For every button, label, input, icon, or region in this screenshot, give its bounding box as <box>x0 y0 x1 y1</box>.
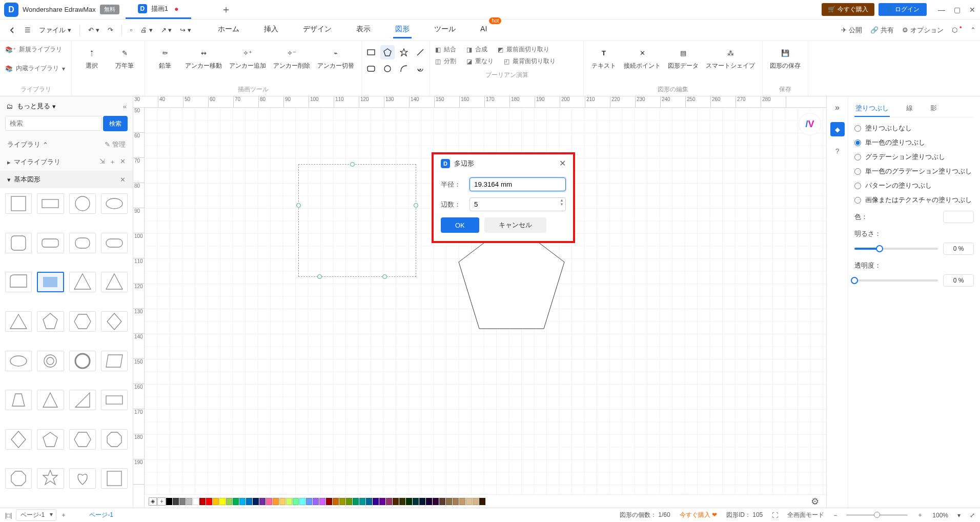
color-swatch[interactable] <box>426 498 432 505</box>
expand-right-icon[interactable]: » <box>830 101 845 115</box>
color-swatch[interactable] <box>213 498 219 505</box>
menu-tab-2[interactable]: デザイン <box>301 22 334 38</box>
color-swatch[interactable] <box>453 498 459 505</box>
shape-thumb[interactable] <box>37 429 64 450</box>
fill-option-0[interactable]: 塗りつぶしなし <box>854 124 974 133</box>
shape-thumb[interactable] <box>101 429 128 450</box>
color-swatch[interactable] <box>306 498 312 505</box>
shape-thumb[interactable] <box>5 311 32 332</box>
library-row[interactable]: ライブラリ⌃ ✎ 管理 <box>0 136 133 153</box>
color-swatch[interactable] <box>459 498 465 505</box>
resize-handle-sw[interactable] <box>317 274 322 279</box>
add-page-button[interactable]: ＋ <box>60 511 67 519</box>
color-swatch[interactable] <box>393 498 399 505</box>
zoom-out-icon[interactable]: − <box>833 512 837 519</box>
color-swatch[interactable] <box>179 498 186 505</box>
color-swatch[interactable] <box>233 498 239 505</box>
color-swatch[interactable] <box>406 498 412 505</box>
new-library-button[interactable]: 📚⁺ 新規ライブラリ <box>5 45 66 54</box>
color-swatch[interactable] <box>226 498 232 505</box>
login-button[interactable]: 👤 ログイン <box>879 3 927 16</box>
polygon-shape-tool[interactable] <box>380 45 395 59</box>
color-swatch[interactable] <box>326 498 332 505</box>
fullscreen-button[interactable]: 全画面モード <box>787 511 824 519</box>
spiral-tool[interactable] <box>413 62 427 76</box>
color-swatch[interactable] <box>286 498 292 505</box>
save-icon[interactable]: ▫ <box>126 24 137 36</box>
shape-thumb[interactable] <box>5 272 32 292</box>
radius-input[interactable] <box>469 177 566 191</box>
shape-thumb[interactable] <box>69 311 96 332</box>
zoom-in-icon[interactable]: ＋ <box>917 511 923 519</box>
search-button[interactable]: 検索 <box>103 116 128 131</box>
document-tab[interactable]: D 描画1 ● <box>126 0 191 19</box>
anchor-move-tool[interactable]: ↭アンカー移動 <box>183 45 224 71</box>
collapse-ribbon-icon[interactable]: ⌃ <box>970 26 976 34</box>
basic-shapes-section[interactable]: ▾基本図形 ✕ <box>0 171 133 188</box>
color-swatch[interactable] <box>353 498 359 505</box>
shape-thumb[interactable] <box>101 311 128 332</box>
rect-shape-tool[interactable] <box>364 45 378 59</box>
color-swatch[interactable] <box>366 498 372 505</box>
window-close-icon[interactable]: ✕ <box>965 6 980 14</box>
shape-thumb[interactable] <box>101 351 128 371</box>
color-swatch[interactable] <box>219 498 226 505</box>
my-library-row[interactable]: ▸マイライブラリ ⇲＋✕ <box>0 153 133 171</box>
undo-icon[interactable]: ↶ ▾ <box>84 24 104 36</box>
color-swatch[interactable] <box>253 498 259 505</box>
window-minimize-icon[interactable]: — <box>934 6 949 14</box>
color-swatch[interactable] <box>446 498 452 505</box>
redo-icon[interactable]: ↷ <box>104 24 117 36</box>
color-swatch[interactable] <box>359 498 365 505</box>
color-swatch[interactable] <box>373 498 379 505</box>
color-swatch[interactable] <box>293 498 299 505</box>
color-swatch[interactable] <box>413 498 419 505</box>
shape-thumb[interactable] <box>37 272 64 292</box>
add-icon[interactable]: ＋ <box>109 157 116 167</box>
resize-handle-n[interactable] <box>350 162 355 167</box>
shape-thumb[interactable] <box>69 233 96 253</box>
color-swatch[interactable] <box>193 498 199 505</box>
color-swatch[interactable] <box>313 498 319 505</box>
shape-thumb[interactable] <box>69 468 96 489</box>
color-swatch[interactable] <box>433 498 439 505</box>
shape-thumb[interactable] <box>101 468 128 489</box>
shape-thumb[interactable] <box>37 468 64 489</box>
color-swatch[interactable] <box>399 498 405 505</box>
page-tab[interactable]: ページ-1 <box>89 511 113 519</box>
file-menu[interactable]: ファイル ▾ <box>35 24 75 37</box>
opacity-slider[interactable] <box>854 279 938 282</box>
shape-thumb[interactable] <box>37 311 64 332</box>
fill-option-4[interactable]: パターンの塗りつぶし <box>854 181 974 190</box>
resize-handle-e[interactable] <box>414 203 418 208</box>
shape-thumb[interactable] <box>37 351 64 371</box>
select-tool[interactable]: ⭫選択 <box>77 45 107 71</box>
shape-thumb[interactable] <box>101 272 128 292</box>
color-swatch[interactable] <box>386 498 392 505</box>
shape-thumb[interactable] <box>69 193 96 214</box>
color-swatch[interactable] <box>339 498 345 505</box>
shape-thumb[interactable] <box>69 351 96 371</box>
search-input[interactable] <box>5 116 102 131</box>
anchor-add-tool[interactable]: ✧⁺アンカー追加 <box>227 45 268 71</box>
bool-front-crop[interactable]: ◩ 最前面切り取り <box>498 45 549 54</box>
buy-now-button[interactable]: 🛒 今すぐ購入 <box>822 3 874 16</box>
props-tab-1[interactable]: 線 <box>905 101 914 117</box>
menu-tab-1[interactable]: 挿入 <box>262 22 280 38</box>
color-swatch[interactable] <box>319 498 325 505</box>
text-tool[interactable]: Tテキスト <box>589 45 619 71</box>
back-button[interactable] <box>4 24 21 36</box>
options-button[interactable]: ⚙ オプション <box>902 26 944 35</box>
brightness-value[interactable]: 0 % <box>943 243 974 255</box>
props-tab-0[interactable]: 塗りつぶし <box>854 101 890 117</box>
resize-handle-w[interactable] <box>296 203 301 208</box>
shape-thumb[interactable] <box>101 193 128 214</box>
window-maximize-icon[interactable]: ▢ <box>949 6 965 14</box>
shape-thumb[interactable] <box>101 233 128 253</box>
brightness-slider[interactable] <box>854 248 938 250</box>
new-tab-button[interactable]: ＋ <box>216 3 236 16</box>
shape-thumb[interactable] <box>5 429 32 450</box>
color-swatch[interactable] <box>186 498 192 505</box>
save-shape-tool[interactable]: 💾図形の保存 <box>768 45 803 71</box>
color-swatch[interactable] <box>299 498 305 505</box>
